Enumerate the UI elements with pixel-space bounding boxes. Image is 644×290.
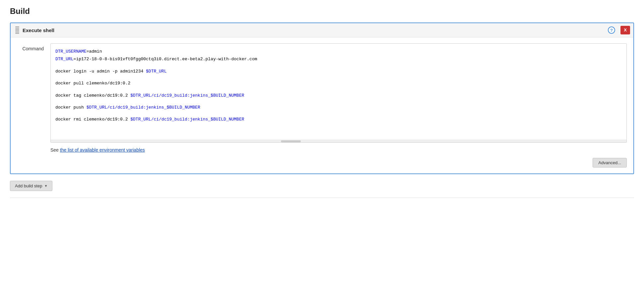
dropdown-arrow-icon: ▼	[44, 184, 47, 188]
execute-shell-header: Execute shell ? X	[11, 23, 633, 37]
command-textarea-wrapper: DTR_USERNAME=adminDTR_URL=ip172-18-0-8-b…	[50, 43, 627, 143]
bottom-divider	[10, 198, 634, 198]
env-link-row: See the list of available environment va…	[50, 147, 627, 153]
add-build-step-label: Add build step	[15, 183, 42, 188]
code-line	[55, 63, 622, 68]
command-row: Command DTR_USERNAME=adminDTR_URL=ip172-…	[17, 43, 627, 143]
code-line: docker pull clemenko/dc19:0.2	[55, 79, 622, 87]
section-title: Execute shell	[23, 27, 54, 33]
add-build-step-button[interactable]: Add build step ▼	[10, 181, 52, 191]
code-line: docker tag clemenko/dc19:0.2 $DTR_URL/ci…	[55, 92, 622, 99]
code-line: DTR_URL=ip172-18-0-8-bis91vft0fgg00ctq3i…	[55, 55, 622, 63]
code-line	[55, 75, 622, 79]
build-section-body: Command DTR_USERNAME=adminDTR_URL=ip172-…	[11, 37, 633, 173]
scrollbar-area	[51, 140, 626, 142]
code-line: docker push $DTR_URL/ci/dc19_build:jenki…	[55, 104, 622, 111]
close-button[interactable]: X	[620, 26, 630, 34]
code-line	[55, 111, 622, 116]
command-label: Command	[17, 43, 44, 51]
code-line: docker login -u admin -p admin1234 $DTR_…	[55, 68, 622, 75]
code-line: DTR_USERNAME=admin	[55, 48, 622, 55]
advanced-row: Advanced...	[17, 158, 627, 168]
code-line	[55, 87, 622, 92]
build-section: Execute shell ? X Command DTR_USERNAME=a…	[10, 23, 634, 174]
add-build-step-row: Add build step ▼	[10, 181, 634, 191]
code-line: docker rmi clemenko/dc19:0.2 $DTR_URL/ci…	[55, 116, 622, 123]
env-vars-prefix: See	[50, 147, 60, 153]
help-circle[interactable]: ?	[608, 26, 615, 34]
scrollbar-thumb	[281, 140, 301, 142]
help-icon[interactable]: ?	[608, 26, 615, 34]
advanced-button[interactable]: Advanced...	[593, 158, 627, 168]
code-line	[55, 99, 622, 104]
code-display[interactable]: DTR_USERNAME=adminDTR_URL=ip172-18-0-8-b…	[51, 44, 626, 140]
drag-handle[interactable]	[15, 26, 19, 34]
page-container: Build Execute shell ? X Command DTR_USER…	[0, 0, 644, 290]
env-vars-link[interactable]: the list of available environment variab…	[60, 147, 145, 153]
page-title: Build	[10, 7, 634, 16]
